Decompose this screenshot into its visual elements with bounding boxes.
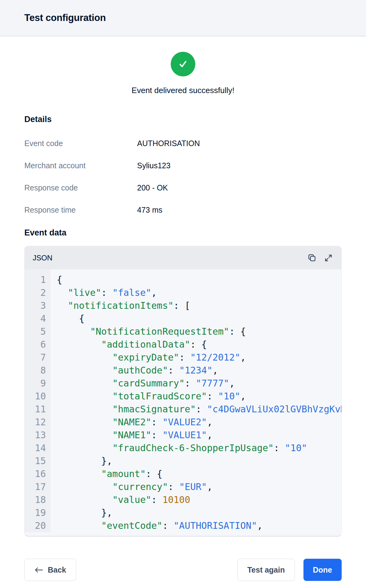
code-line: 11 "hmacSignature": "c4DGwaVLiUx02lGVBhV…: [25, 403, 341, 416]
line-number: 5: [25, 325, 46, 338]
code-line: 2 "live": "false",: [25, 286, 341, 299]
code-line: 15 },: [25, 455, 341, 468]
json-viewer: JSON: [24, 246, 342, 537]
detail-row-merchant-account: Merchant account Sylius123: [24, 161, 342, 170]
test-configuration-modal: Test configuration Event delivered succe…: [0, 0, 366, 588]
success-check-icon: [171, 52, 195, 76]
line-number: 7: [25, 351, 46, 364]
code-line: 14 "fraudCheck-6-ShopperIpUsage": "10": [25, 442, 341, 455]
details-heading: Details: [24, 114, 342, 124]
code-lines: 1{2 "live": "false",3 "notificationItems…: [25, 269, 341, 532]
line-number: 18: [25, 493, 46, 506]
detail-label: Response time: [24, 206, 137, 214]
line-number: 16: [25, 468, 46, 480]
details-section: Details Event code AUTHORISATION Merchan…: [0, 114, 366, 537]
test-again-button[interactable]: Test again: [238, 559, 295, 581]
code-line: 18 "value": 10100: [25, 493, 341, 506]
code-line: 5 "NotificationRequestItem": {: [25, 325, 341, 338]
detail-label: Response code: [24, 183, 137, 192]
check-icon: [177, 58, 189, 71]
detail-value: 200 - OK: [137, 183, 168, 192]
line-number: 9: [25, 377, 46, 390]
code-line: 16 "amount": {: [25, 468, 341, 480]
detail-row-response-code: Response code 200 - OK: [24, 183, 342, 192]
back-button[interactable]: Back: [24, 559, 76, 581]
json-viewer-actions: [307, 253, 333, 263]
code-line: 1{: [25, 273, 341, 286]
line-number: 13: [25, 429, 46, 442]
line-number: 20: [25, 519, 46, 532]
details-rows: Event code AUTHORISATION Merchant accoun…: [24, 139, 342, 214]
line-number: 12: [25, 416, 46, 429]
code-line: 19 },: [25, 506, 341, 519]
line-number: 4: [25, 312, 46, 325]
status-message: Event delivered successfully!: [0, 86, 366, 95]
detail-value: AUTHORISATION: [137, 139, 200, 148]
detail-row-response-time: Response time 473 ms: [24, 206, 342, 214]
line-number: 8: [25, 364, 46, 377]
code-line: 13 "NAME1": "VALUE1",: [25, 429, 341, 442]
line-number: 15: [25, 455, 46, 468]
back-arrow-icon: [34, 566, 43, 574]
line-number: 6: [25, 338, 46, 351]
code-line: 3 "notificationItems": [: [25, 299, 341, 312]
line-number: 17: [25, 480, 46, 493]
json-viewer-header: JSON: [25, 246, 341, 269]
event-data-heading: Event data: [24, 228, 342, 238]
code-line: 8 "authCode": "1234",: [25, 364, 341, 377]
line-number: 3: [25, 299, 46, 312]
line-number: 2: [25, 286, 46, 299]
copy-icon: [307, 253, 317, 263]
page-title: Test configuration: [24, 12, 106, 23]
line-number: 10: [25, 390, 46, 403]
code-line: 4 {: [25, 312, 341, 325]
line-number: 14: [25, 442, 46, 455]
detail-label: Merchant account: [24, 161, 137, 170]
code-line: 12 "NAME2": "VALUE2",: [25, 416, 341, 429]
code-line: 20 "eventCode": "AUTHORISATION",: [25, 519, 341, 532]
json-format-label: JSON: [33, 254, 52, 262]
line-number: 11: [25, 403, 46, 416]
done-button[interactable]: Done: [303, 559, 342, 581]
back-button-label: Back: [48, 566, 66, 574]
detail-value: 473 ms: [137, 206, 162, 214]
status-section: Event delivered successfully!: [0, 36, 366, 95]
line-number: 19: [25, 506, 46, 519]
code-line: 7 "expiryDate": "12/2012",: [25, 351, 341, 364]
code-line: 6 "additionalData": {: [25, 338, 341, 351]
detail-value: Sylius123: [137, 161, 170, 170]
detail-label: Event code: [24, 139, 137, 148]
detail-row-event-code: Event code AUTHORISATION: [24, 139, 342, 148]
modal-footer: Back Test again Done: [24, 559, 342, 581]
code-line: 10 "totalFraudScore": "10",: [25, 390, 341, 403]
expand-button[interactable]: [323, 253, 333, 263]
code-line: 17 "currency": "EUR",: [25, 480, 341, 493]
line-number: 1: [25, 273, 46, 286]
code-line: 9 "cardSummary": "7777",: [25, 377, 341, 390]
expand-icon: [324, 253, 333, 263]
copy-button[interactable]: [307, 253, 317, 263]
modal-header: Test configuration: [0, 0, 366, 36]
